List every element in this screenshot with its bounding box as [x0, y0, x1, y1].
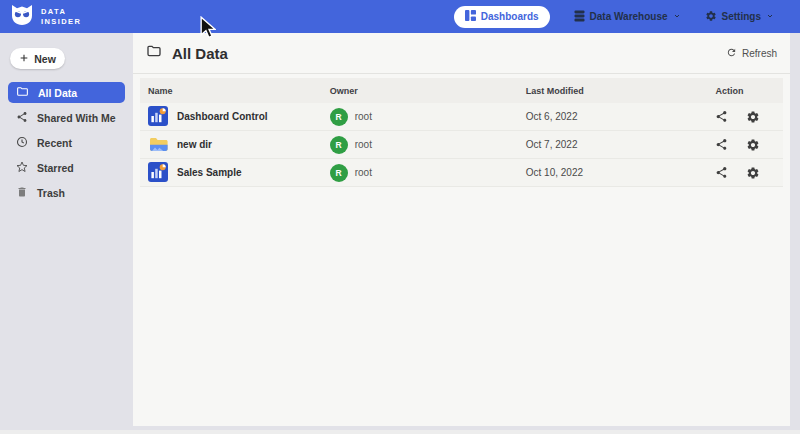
- clock-icon: [16, 136, 28, 150]
- folder-icon: [16, 85, 29, 100]
- table-row[interactable]: Sales Sample R root Oct 10, 2022: [140, 159, 783, 187]
- trash-icon: [16, 186, 28, 200]
- share-button[interactable]: [715, 138, 728, 151]
- folder-icon: [146, 43, 162, 63]
- owner-avatar: R: [330, 164, 348, 182]
- sidebar-item-shared-with-me[interactable]: Shared With Me: [8, 107, 125, 128]
- refresh-button[interactable]: Refresh: [726, 47, 777, 60]
- refresh-label: Refresh: [742, 48, 777, 59]
- data-warehouse-menu[interactable]: Data Warehouse: [574, 10, 681, 24]
- main-content: All Data Refresh Name Owner Last Modifie…: [133, 33, 790, 426]
- main-header: All Data Refresh: [133, 33, 790, 74]
- dashboards-label: Dashboards: [481, 11, 539, 22]
- table-row[interactable]: new dir R root Oct 7, 2022: [140, 131, 783, 159]
- data-warehouse-label: Data Warehouse: [590, 11, 668, 22]
- file-name: Sales Sample: [177, 167, 241, 178]
- chevron-down-icon: [766, 11, 774, 22]
- row-settings-button[interactable]: [746, 138, 760, 152]
- sidebar-item-label: All Data: [38, 87, 77, 99]
- owner-avatar: R: [330, 108, 348, 126]
- dashboard-file-icon: [148, 162, 168, 184]
- column-header-owner: Owner: [330, 86, 526, 96]
- table-header-row: Name Owner Last Modified Action: [140, 78, 783, 103]
- files-table: Name Owner Last Modified Action Dashboar…: [140, 78, 783, 187]
- column-header-last-modified: Last Modified: [526, 86, 716, 96]
- brand: DATA INSIDER: [10, 4, 81, 30]
- last-modified: Oct 7, 2022: [526, 139, 716, 150]
- brand-name: DATA INSIDER: [41, 7, 81, 27]
- last-modified: Oct 10, 2022: [526, 167, 716, 178]
- table-row[interactable]: Dashboard Control R root Oct 6, 2022: [140, 103, 783, 131]
- sidebar-item-label: Trash: [37, 187, 65, 199]
- settings-menu[interactable]: Settings: [705, 10, 774, 24]
- new-button-label: New: [34, 53, 56, 65]
- navbar-right: Dashboards Data Warehouse: [454, 6, 774, 28]
- plus-icon: [19, 53, 29, 65]
- dashboard-grid-icon: [465, 10, 476, 23]
- owner-name: root: [355, 111, 372, 122]
- row-settings-button[interactable]: [746, 166, 760, 180]
- sidebar-item-all-data[interactable]: All Data: [8, 82, 125, 103]
- sidebar-item-trash[interactable]: Trash: [8, 182, 125, 203]
- owner-avatar: R: [330, 136, 348, 154]
- sidebar: New All Data Shared With Me: [0, 33, 133, 430]
- column-header-action: Action: [715, 86, 783, 96]
- app-window: DATA INSIDER Dashboards: [0, 0, 800, 430]
- column-header-name: Name: [140, 86, 330, 96]
- owner-name: root: [355, 167, 372, 178]
- sidebar-item-label: Starred: [37, 162, 74, 174]
- gear-icon: [705, 10, 717, 24]
- settings-label: Settings: [722, 11, 761, 22]
- owl-logo-icon: [10, 4, 34, 30]
- row-settings-button[interactable]: [746, 110, 760, 124]
- database-icon: [574, 10, 585, 24]
- share-button[interactable]: [715, 166, 728, 179]
- sidebar-item-recent[interactable]: Recent: [8, 132, 125, 153]
- sidebar-item-label: Recent: [37, 137, 72, 149]
- refresh-icon: [726, 47, 737, 60]
- dashboards-button[interactable]: Dashboards: [454, 6, 550, 28]
- sidebar-item-starred[interactable]: Starred: [8, 157, 125, 178]
- sidebar-nav: All Data Shared With Me Recent: [0, 82, 133, 203]
- page-title: All Data: [172, 45, 228, 62]
- file-name: Dashboard Control: [177, 111, 268, 122]
- file-name: new dir: [177, 139, 212, 150]
- sidebar-item-label: Shared With Me: [37, 112, 116, 124]
- last-modified: Oct 6, 2022: [526, 111, 716, 122]
- new-button[interactable]: New: [10, 48, 65, 69]
- share-icon: [16, 111, 28, 125]
- owner-name: root: [355, 139, 372, 150]
- star-icon: [16, 161, 28, 175]
- top-navbar: DATA INSIDER Dashboards: [0, 0, 800, 33]
- share-button[interactable]: [715, 110, 728, 123]
- chevron-down-icon: [673, 11, 681, 22]
- folder-file-icon: [148, 134, 168, 156]
- dashboard-file-icon: [148, 106, 168, 128]
